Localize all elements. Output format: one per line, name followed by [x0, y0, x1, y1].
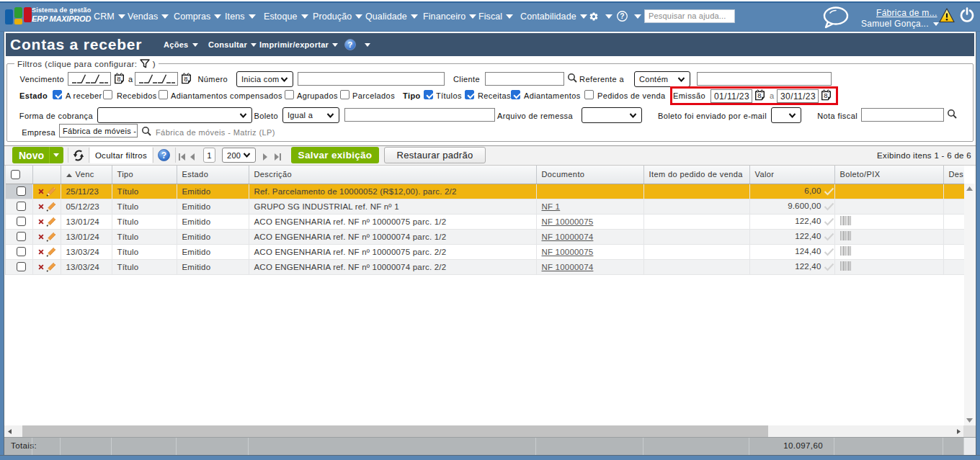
svg-text:8: 8 [824, 91, 827, 99]
svg-text:?: ? [161, 150, 166, 161]
svg-text:8: 8 [757, 91, 761, 99]
svg-text:8: 8 [184, 75, 187, 83]
svg-text:8: 8 [117, 75, 120, 83]
